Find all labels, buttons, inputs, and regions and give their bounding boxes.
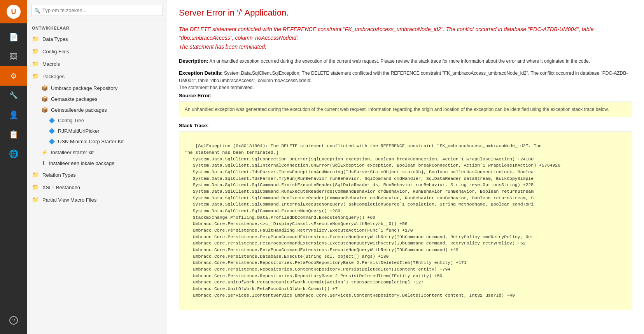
logo-area[interactable]: U (0, 0, 27, 23)
sidebar-item-label: Packages (42, 74, 65, 79)
folder-icon: 📁 (32, 60, 39, 67)
sidebar-item-label: Config Files (42, 49, 69, 54)
umbraco-logo: U (7, 5, 21, 19)
icon-bar: U 📄 🖼 ⚙ 🔧 👤 📋 🌐 ? (0, 0, 27, 334)
exception-details-section: Exception Details: System.Data.SqlClient… (179, 69, 632, 91)
sidebar-item-label: Data Types (42, 36, 68, 42)
icon-bar-bottom: ? (0, 311, 27, 334)
exception-label: Exception Details: (179, 70, 223, 76)
source-error-box: An unhandled exception was generated dur… (179, 102, 632, 117)
source-error-heading: Source Error: (179, 93, 632, 98)
folder-icon: 📁 (32, 35, 39, 42)
sidebar-item-macros[interactable]: 📁 Macro's (27, 58, 167, 70)
sidebar: 🔍 ONTWIKKELAAR 📁 Data Types 📁 Config Fil… (27, 0, 167, 334)
sidebar-item-usn-starter-kit[interactable]: 🔷 USN Minimal Corp Starter Kit (27, 136, 167, 147)
folder-icon: 📁 (32, 196, 39, 203)
exception-text: System.Data.SqlClient.SqlException: The … (179, 70, 628, 90)
stack-trace-box: [SqlException (0x80131904): The DELETE s… (179, 132, 632, 310)
folder-icon: 📁 (32, 48, 39, 55)
sidebar-item-gemaakte-packages[interactable]: 📦 Gemaakte packages (27, 93, 167, 104)
folder-icon: 📁 (32, 184, 39, 191)
developer-nav-icon[interactable]: 🔧 (0, 86, 27, 105)
settings-nav-icon[interactable]: ⚙ (0, 66, 27, 86)
sidebar-item-label: Installeer een lokale package (49, 160, 114, 166)
sidebar-item-packages[interactable]: 📁 Packages (27, 70, 167, 83)
search-input[interactable] (31, 5, 163, 16)
package-icon: 📦 (41, 85, 48, 91)
plugin-icon: 🔷 (49, 139, 55, 144)
source-error-text: An unhandled exception was generated dur… (185, 107, 609, 112)
package-icon: 📦 (41, 96, 48, 102)
sidebar-item-label: Installeer starter kit (51, 149, 94, 155)
sidebar-item-label: Geïnstalleerde packages (51, 107, 107, 113)
sidebar-content: ONTWIKKELAAR 📁 Data Types 📁 Config Files… (27, 21, 167, 334)
lightning-icon: ⚡ (41, 149, 48, 155)
error-title: Server Error in '/' Application. (179, 8, 632, 18)
stack-trace-heading: Stack Trace: (179, 123, 632, 128)
sidebar-item-umbraco-package-repo[interactable]: 📦 Umbraco package Repository (27, 83, 167, 93)
sidebar-item-config-tree[interactable]: 🔷 Config Tree (27, 115, 167, 126)
sidebar-item-label: Umbraco package Repository (51, 85, 117, 91)
stack-trace-text: [SqlException (0x80131904): The DELETE s… (185, 143, 560, 297)
description-section: Description: An unhandled exception occu… (179, 58, 632, 64)
section-label: ONTWIKKELAAR (27, 21, 167, 33)
sidebar-item-label: Gemaakte packages (51, 96, 97, 102)
users-nav-icon[interactable]: 👤 (0, 105, 27, 125)
members-nav-icon[interactable]: 📋 (0, 125, 27, 144)
sidebar-item-label: Config Tree (58, 118, 84, 123)
folder-icon: 📁 (32, 73, 39, 80)
sidebar-item-label: Macro's (42, 61, 60, 67)
sidebar-item-config-files[interactable]: 📁 Config Files (27, 45, 167, 58)
sidebar-item-data-types[interactable]: 📁 Data Types (27, 33, 167, 45)
sidebar-item-relation-types[interactable]: 📁 Relation Types (27, 169, 167, 181)
folder-icon: 📁 (32, 171, 39, 178)
translation-nav-icon[interactable]: 🌐 (0, 144, 27, 163)
sidebar-item-xslt-bestanden[interactable]: 📁 XSLT Bestanden (27, 181, 167, 193)
sidebar-item-rjp-multiurlpicker[interactable]: 🔷 RJP.MultiUrlPicker (27, 126, 167, 136)
sidebar-item-installeer-lokale-package[interactable]: ⬆ Installeer een lokale package (27, 158, 167, 169)
sidebar-item-label: Relation Types (42, 172, 76, 178)
plugin-icon: 🔷 (49, 128, 55, 134)
search-icon: 🔍 (34, 7, 40, 13)
sidebar-item-label: Partial View Macro Files (42, 197, 96, 203)
help-nav-icon[interactable]: ? (0, 311, 27, 330)
sidebar-item-partial-view-macro-files[interactable]: 📁 Partial View Macro Files (27, 193, 167, 206)
package-icon: 📦 (41, 107, 48, 113)
sidebar-item-label: USN Minimal Corp Starter Kit (58, 139, 124, 144)
plugin-icon: 🔷 (49, 118, 55, 123)
search-wrapper: 🔍 (31, 5, 163, 16)
description-text: An unhandled exception occurred during t… (210, 58, 590, 64)
description-label: Description: (179, 58, 208, 64)
main-content: Server Error in '/' Application. The DEL… (167, 0, 644, 334)
error-description: The DELETE statement conflicted with the… (179, 25, 632, 51)
sidebar-item-installeer-starter-kit[interactable]: ⚡ Installeer starter kit (27, 147, 167, 158)
search-bar: 🔍 (27, 0, 167, 21)
content-nav-icon[interactable]: 📄 (0, 27, 27, 47)
sidebar-item-label: RJP.MultiUrlPicker (58, 128, 100, 134)
upload-icon: ⬆ (41, 160, 46, 166)
sidebar-item-installed-packages[interactable]: 📦 Geïnstalleerde packages (27, 104, 167, 115)
sidebar-item-label: XSLT Bestanden (42, 185, 80, 190)
media-nav-icon[interactable]: 🖼 (0, 47, 27, 66)
